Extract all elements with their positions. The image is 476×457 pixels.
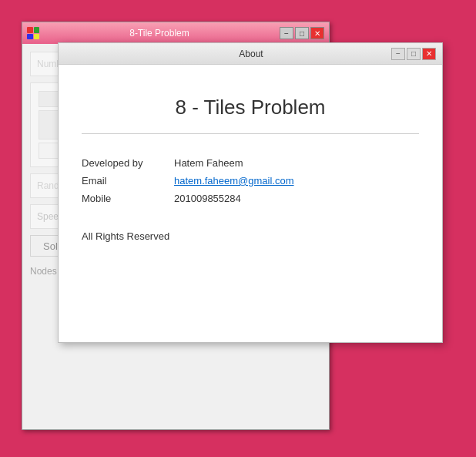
about-window-title: About xyxy=(111,49,391,59)
main-titlebar-left xyxy=(27,27,39,39)
main-win-controls: − □ ✕ xyxy=(280,27,324,39)
about-maximize-button[interactable]: □ xyxy=(407,48,421,60)
developer-label: Developed by xyxy=(82,157,174,169)
about-minimize-button[interactable]: − xyxy=(391,48,405,60)
about-close-button[interactable]: ✕ xyxy=(422,48,436,60)
about-body: 8 - Tiles Problem Developed by Hatem Fah… xyxy=(59,65,442,257)
mobile-value: 201009855284 xyxy=(174,193,241,204)
tiles-icon xyxy=(27,27,39,39)
about-titlebar: About − □ ✕ xyxy=(59,43,442,65)
mobile-row: Mobile 201009855284 xyxy=(82,193,419,204)
main-maximize-button[interactable]: □ xyxy=(295,27,309,39)
email-label: Email xyxy=(82,175,174,186)
main-close-button[interactable]: ✕ xyxy=(310,27,324,39)
developer-row: Developed by Hatem Faheem xyxy=(82,157,419,169)
about-win-controls: − □ ✕ xyxy=(391,48,436,60)
main-minimize-button[interactable]: − xyxy=(280,27,293,39)
about-window: About − □ ✕ 8 - Tiles Problem Developed … xyxy=(58,42,443,343)
about-app-title: 8 - Tiles Problem xyxy=(82,80,419,134)
main-window-title: 8-Tile Problem xyxy=(39,28,280,39)
about-rights: All Rights Reserved xyxy=(82,230,419,242)
about-info: Developed by Hatem Faheem Email hatem.fa… xyxy=(82,150,419,218)
email-value[interactable]: hatem.faheem@gmail.com xyxy=(174,175,294,186)
mobile-label: Mobile xyxy=(82,193,174,204)
main-titlebar: 8-Tile Problem − □ ✕ xyxy=(22,22,329,44)
email-row: Email hatem.faheem@gmail.com xyxy=(82,175,419,186)
developer-name: Hatem Faheem xyxy=(174,157,243,169)
